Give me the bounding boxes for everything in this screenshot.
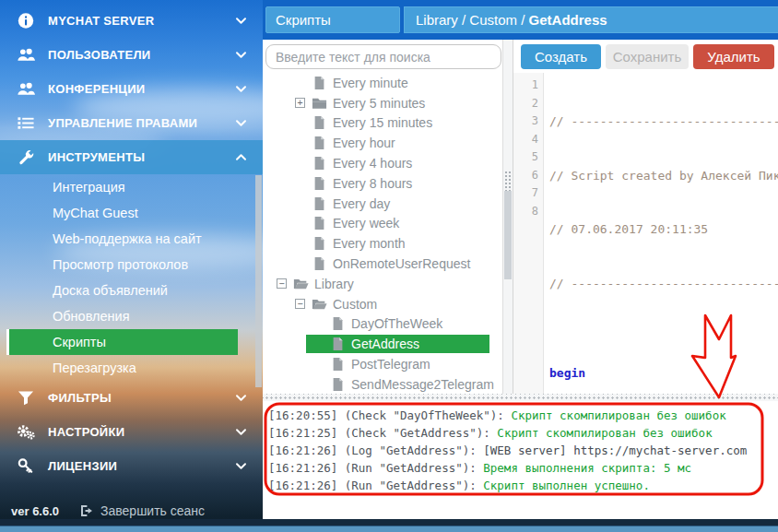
tree-item-dayoftheweek[interactable]: DayOfTheWeek xyxy=(263,314,502,335)
sidebar-item-mychat-guest[interactable]: MyChat Guest xyxy=(0,200,263,226)
file-icon xyxy=(312,256,327,271)
version-label: ver 6.6.0 xyxy=(11,504,59,518)
window-bottom-frame-dark xyxy=(0,519,778,526)
log-line: [16:20:55] (Check "DayOfTheWeek"): Скрип… xyxy=(268,407,778,424)
code-line: // 07.06.2017 20:11:35 xyxy=(549,220,778,239)
file-icon xyxy=(312,136,327,150)
sidebar-item-users[interactable]: ПОЛЬЗОВАТЕЛИ xyxy=(0,38,263,72)
breadcrumb-path: Library / Custom / xyxy=(416,12,529,28)
file-icon xyxy=(330,377,346,392)
chevron-up-icon xyxy=(234,150,248,164)
breadcrumb: Library / Custom / GetAddress xyxy=(404,6,778,33)
code-line: begin xyxy=(549,364,778,383)
tree-item-sendmessage2telegram[interactable]: SendMessage2Telegram xyxy=(263,374,502,394)
wrench-icon xyxy=(17,148,37,166)
chevron-down-icon xyxy=(234,48,248,62)
tree-item-library[interactable]: Library xyxy=(263,274,502,294)
collapse-minus-icon[interactable] xyxy=(295,299,305,309)
sidebar-menu: MYCHAT SERVER ПОЛЬЗОВАТЕЛИ КОНФЕРЕНЦИИ У… xyxy=(0,0,263,483)
tree-item-every-hour[interactable]: Every hour xyxy=(263,133,502,153)
tree-item-every-8-hours[interactable]: Every 8 hours xyxy=(263,173,502,194)
info-icon xyxy=(17,12,37,30)
log-line: [16:21:26] (Log "GetAddress"): [WEB serv… xyxy=(268,442,778,459)
script-log-panel: [16:20:55] (Check "DayOfTheWeek"): Скрип… xyxy=(263,401,778,519)
sidebar-item-web-support[interactable]: Web-поддержка на сайт xyxy=(0,226,263,252)
file-icon xyxy=(312,76,327,90)
file-icon xyxy=(312,176,327,191)
sidebar-item-settings[interactable]: НАСТРОЙКИ xyxy=(0,415,263,449)
file-icon xyxy=(330,337,346,351)
tab-scripts[interactable]: Скрипты xyxy=(265,6,400,33)
splitter-grip[interactable] xyxy=(504,191,512,279)
users-icon xyxy=(17,46,37,64)
vertical-splitter[interactable] xyxy=(502,40,513,394)
tree-item-every-month[interactable]: Every month xyxy=(263,233,502,254)
code-line: // -------------------------------------… xyxy=(549,275,778,293)
sidebar-footer: ver 6.6.0 Завершить сеанс xyxy=(0,501,263,521)
sidebar-item-protocol-viewer[interactable]: Просмотр протоколов xyxy=(0,252,263,278)
chevron-down-icon xyxy=(234,82,248,96)
script-editor-panel: Создать Сохранить Удалить 1 2 3 4 5 6 7 … xyxy=(513,40,778,394)
logout-button[interactable]: Завершить сеанс xyxy=(79,503,205,518)
sidebar-scrollbar-thumb[interactable] xyxy=(255,175,262,387)
sidebar-item-filters[interactable]: ФИЛЬТРЫ xyxy=(0,381,263,415)
tools-submenu: Интеграция MyChat Guest Web-поддержка на… xyxy=(0,174,263,381)
sidebar-item-rights-management[interactable]: УПРАВЛЕНИЕ ПРАВАМИ xyxy=(0,106,263,140)
sidebar-item-restart[interactable]: Перезагрузка xyxy=(0,355,263,381)
save-button[interactable]: Сохранить xyxy=(606,44,689,69)
tree-item-every-5-minutes[interactable]: Every 5 minutes xyxy=(263,93,502,113)
tree-item-posttelegram[interactable]: PostTelegram xyxy=(263,354,502,374)
collapse-minus-icon[interactable] xyxy=(277,278,287,289)
sidebar-item-mychat-server[interactable]: MYCHAT SERVER xyxy=(0,4,263,38)
tree-item-every-minute[interactable]: Every minute xyxy=(263,73,502,93)
search-input[interactable] xyxy=(265,44,501,69)
tree-item-every-15-minutes[interactable]: Every 15 minutes xyxy=(263,113,502,134)
tree-item-every-4-hours[interactable]: Every 4 hours xyxy=(263,153,502,173)
sidebar-item-integration[interactable]: Интеграция xyxy=(0,174,263,200)
list-icon xyxy=(17,114,37,132)
script-tree-panel: Every minute Every 5 minutes Every 15 mi… xyxy=(263,40,502,394)
chevron-down-icon xyxy=(234,459,248,473)
expand-plus-icon[interactable] xyxy=(295,98,305,108)
logout-icon xyxy=(79,503,94,518)
create-button[interactable]: Создать xyxy=(521,44,601,69)
folder-icon xyxy=(312,96,327,111)
log-line: [16:21:25] (Check "GetAddress"): Скрипт … xyxy=(268,424,778,442)
key-icon xyxy=(17,457,37,475)
file-icon xyxy=(330,357,346,372)
line-number-gutter: 1 2 3 4 5 6 7 8 xyxy=(513,73,544,394)
sidebar-item-scripts[interactable]: Скрипты xyxy=(6,329,238,355)
users-icon xyxy=(17,80,37,98)
sidebar-item-licenses[interactable]: ЛИЦЕНЗИИ xyxy=(0,449,263,483)
tree-item-onremoteuserrequest[interactable]: OnRemoteUserRequest xyxy=(263,254,502,274)
sidebar-item-tools[interactable]: ИНСТРУМЕНТЫ xyxy=(0,140,263,174)
file-icon xyxy=(312,216,327,231)
breadcrumb-current: GetAddress xyxy=(529,12,607,28)
file-icon xyxy=(312,196,327,211)
tree-item-every-day[interactable]: Every day xyxy=(263,194,502,214)
folder-open-icon xyxy=(293,277,309,291)
sidebar-item-updates[interactable]: Обновления xyxy=(0,303,263,329)
splitter-grip-dots xyxy=(504,171,512,191)
log-line: [16:21:26] (Run "GetAddress"): Время вып… xyxy=(268,459,778,477)
folder-open-icon xyxy=(312,297,327,312)
chevron-down-icon xyxy=(234,425,248,439)
code-line: // Script created by Алексей Пикуза xyxy=(549,167,778,185)
filter-icon xyxy=(17,389,37,407)
delete-button[interactable]: Удалить xyxy=(693,44,774,69)
sidebar-item-bulletin-board[interactable]: Доска объявлений xyxy=(0,278,263,303)
chevron-down-icon xyxy=(234,391,248,405)
sidebar-item-conferences[interactable]: КОНФЕРЕНЦИИ xyxy=(0,72,263,106)
gears-icon xyxy=(17,423,37,441)
window-bottom-frame-blue xyxy=(0,526,778,532)
file-icon xyxy=(312,156,327,171)
mychat-server-admin-window: MYCHAT SERVER ПОЛЬЗОВАТЕЛИ КОНФЕРЕНЦИИ У… xyxy=(0,0,778,532)
file-icon xyxy=(312,236,327,251)
chevron-down-icon xyxy=(234,14,248,28)
code-editor[interactable]: 1 2 3 4 5 6 7 8 // ---------------------… xyxy=(513,73,778,394)
horizontal-splitter[interactable] xyxy=(263,394,778,401)
tree-item-getaddress[interactable]: GetAddress xyxy=(263,334,502,354)
tree-item-custom[interactable]: Custom xyxy=(263,294,502,314)
chevron-down-icon xyxy=(234,116,248,130)
tree-item-every-week[interactable]: Every week xyxy=(263,214,502,234)
